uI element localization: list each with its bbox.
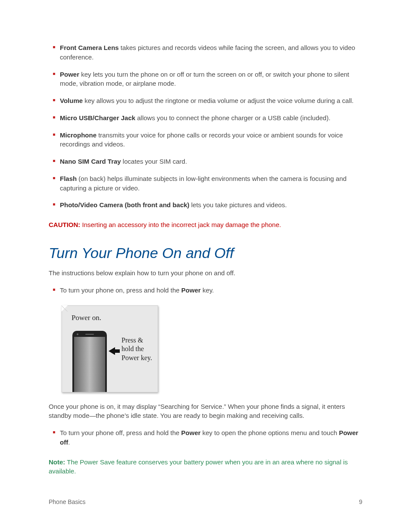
- phone-screen: [74, 337, 105, 392]
- step-text: .: [68, 439, 70, 446]
- caution-label: CAUTION:: [49, 221, 80, 228]
- feature-desc: lets you take pictures and videos.: [190, 201, 287, 208]
- feature-list: Front Camera Lens takes pictures and rec…: [49, 43, 362, 210]
- phone-illustration: [72, 331, 107, 392]
- feature-name: Flash: [60, 175, 77, 182]
- folded-corner-icon: [62, 305, 68, 311]
- arrow-left-icon: [109, 347, 115, 355]
- step-text: key.: [201, 286, 214, 294]
- feature-name: Front Camera Lens: [60, 44, 119, 51]
- list-item: Microphone transmits your voice for phon…: [49, 131, 362, 149]
- standby-paragraph: Once your phone is on, it may display “S…: [49, 402, 362, 421]
- feature-name: Micro USB/Charger Jack: [60, 114, 135, 121]
- feature-desc: locates your SIM card.: [121, 158, 187, 165]
- list-item: Front Camera Lens takes pictures and rec…: [49, 43, 362, 62]
- feature-name: Microphone: [60, 131, 97, 139]
- note-label: Note:: [49, 458, 65, 466]
- step-key: Power: [181, 286, 201, 294]
- step-text: To turn your phone on, press and hold th…: [60, 286, 181, 294]
- feature-desc: (on back) helps illuminate subjects in l…: [60, 175, 346, 192]
- list-item: To turn your phone on, press and hold th…: [49, 286, 362, 295]
- list-item: Micro USB/Charger Jack allows you to con…: [49, 113, 362, 123]
- caution-text: Inserting an accessory into the incorrec…: [80, 221, 281, 228]
- steps-list: To turn your phone off, press and hold t…: [49, 428, 362, 447]
- list-item: To turn your phone off, press and hold t…: [49, 428, 362, 447]
- feature-name: Nano SIM Card Tray: [60, 158, 121, 165]
- feature-name: Photo/Video Camera (both front and back): [60, 201, 190, 208]
- steps-list: To turn your phone on, press and hold th…: [49, 286, 362, 295]
- feature-desc: transmits your voice for phone calls or …: [60, 131, 343, 148]
- document-page: Front Camera Lens takes pictures and rec…: [0, 0, 411, 532]
- list-item: Nano SIM Card Tray locates your SIM card…: [49, 157, 362, 166]
- note-paragraph: Note: The Power Save feature conserves y…: [49, 457, 362, 476]
- note-text: The Power Save feature conserves your ba…: [49, 458, 348, 475]
- intro-paragraph: The instructions below explain how to tu…: [49, 268, 362, 278]
- feature-desc: key allows you to adjust the ringtone or…: [83, 97, 354, 104]
- figure-caption: Press & hold the Power key.: [121, 336, 156, 363]
- power-on-figure: Power on. Press & hold the Power key.: [62, 305, 158, 392]
- step-text: key to open the phone options menu and t…: [201, 429, 339, 436]
- feature-name: Power: [60, 71, 79, 78]
- figure-title: Power on.: [72, 314, 101, 322]
- list-item: Volume key allows you to adjust the ring…: [49, 96, 362, 106]
- feature-name: Volume: [60, 97, 83, 104]
- list-item: Photo/Video Camera (both front and back)…: [49, 200, 362, 210]
- feature-desc: allows you to connect the phone charger …: [135, 114, 330, 121]
- caution-notice: CAUTION: Inserting an accessory into the…: [49, 220, 362, 229]
- step-text: To turn your phone off, press and hold t…: [60, 429, 181, 436]
- footer-section-name: Phone Basics: [49, 498, 86, 505]
- footer-page-number: 9: [359, 498, 362, 505]
- list-item: Power key lets you turn the phone on or …: [49, 70, 362, 89]
- page-footer: Phone Basics 9: [49, 498, 362, 505]
- feature-desc: key lets you turn the phone on or off or…: [60, 71, 349, 87]
- step-key: Power: [181, 429, 201, 436]
- section-heading: Turn Your Phone On and Off: [49, 245, 362, 261]
- list-item: Flash (on back) helps illuminate subject…: [49, 174, 362, 193]
